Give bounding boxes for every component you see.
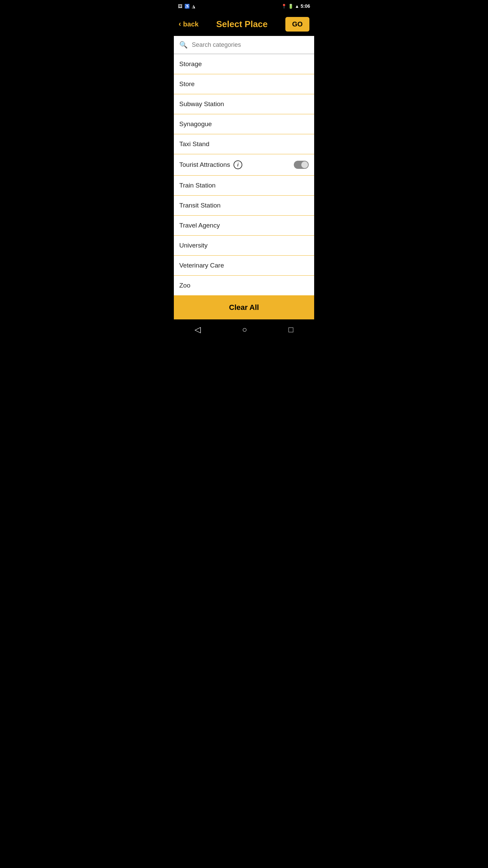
status-time: 5:06 [301,3,310,9]
nav-back-icon[interactable]: ◁ [195,325,201,334]
nav-square-icon[interactable]: □ [288,325,293,334]
list-item[interactable]: University [174,236,314,256]
nav-home-icon[interactable]: ○ [242,325,247,334]
search-icon: 🔍 [179,41,188,49]
list-item[interactable]: Transit Station [174,196,314,216]
search-bar: 🔍 [174,36,314,54]
list-item[interactable]: Travel Agency [174,216,314,236]
list-item[interactable]: Taxi Stand [174,134,314,154]
item-label: Taxi Stand [179,140,209,148]
bottom-nav-bar: ◁ ○ □ [174,319,314,340]
list-item[interactable]: Zoo [174,276,314,296]
item-label: Veterinary Care [179,262,224,269]
list-item[interactable]: Tourist Attractionsi [174,154,314,176]
item-label: Zoo [179,282,190,289]
clear-all-button[interactable]: Clear All [174,296,314,319]
back-button[interactable]: ‹ back [179,20,199,28]
page-title: Select Place [199,19,285,29]
list-item[interactable]: Storage [174,54,314,74]
item-label: Transit Station [179,202,221,209]
location-icon: 📍 [281,4,287,9]
list-item[interactable]: Synagogue [174,114,314,134]
item-label: Subway Station [179,100,224,108]
status-bar: 🖼 ♿ ◮ 📍 🔋 ▲ 5:06 [174,0,314,12]
toggle-switch[interactable] [294,161,309,169]
signal-icon: ▲ [295,4,299,9]
item-label: Store [179,80,195,88]
item-label: Tourist Attractions [179,161,230,169]
item-label: Storage [179,60,202,68]
list-item[interactable]: Train Station [174,176,314,196]
search-input[interactable] [192,41,309,48]
category-list: StorageStoreSubway StationSynagogueTaxi … [174,54,314,296]
photo-icon: 🖼 [178,4,182,9]
item-label: Travel Agency [179,222,220,229]
battery-icon: 🔋 [288,4,293,9]
status-left-icons: 🖼 ♿ ◮ [178,4,195,9]
item-label: University [179,242,207,249]
status-right-icons: 📍 🔋 ▲ 5:06 [281,3,310,9]
toggle-knob [301,161,308,168]
nav-icon-status: ◮ [192,4,195,9]
info-icon[interactable]: i [233,160,242,169]
item-label: Train Station [179,182,216,189]
list-item[interactable]: Store [174,74,314,94]
go-button[interactable]: GO [285,17,309,32]
back-label: back [183,20,199,28]
list-item[interactable]: Subway Station [174,94,314,114]
back-arrow-icon: ‹ [179,20,181,28]
item-label: Synagogue [179,120,212,128]
header: ‹ back Select Place GO [174,12,314,36]
accessibility-icon: ♿ [184,4,190,9]
list-item[interactable]: Veterinary Care [174,256,314,276]
